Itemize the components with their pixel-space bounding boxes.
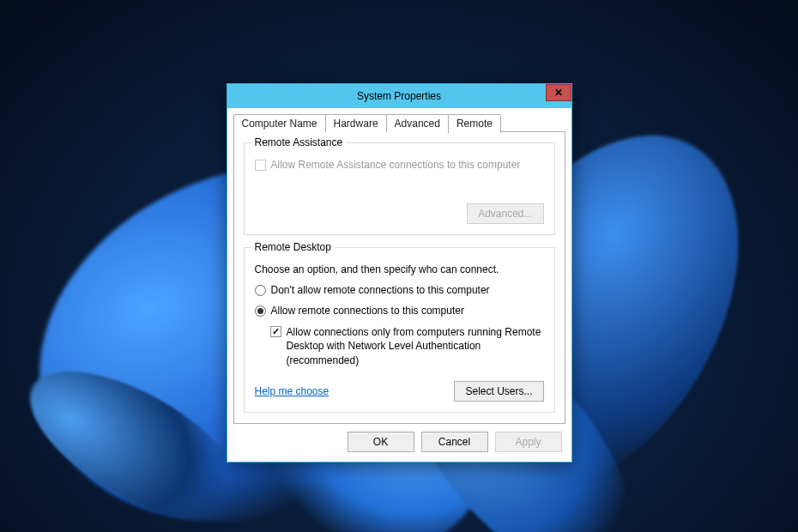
- help-me-choose-link[interactable]: Help me choose: [255, 385, 329, 397]
- radio-deny-label: Don't allow remote connections to this c…: [271, 284, 490, 296]
- close-icon: ✕: [554, 87, 563, 99]
- nla-checkbox-row[interactable]: Allow connections only from computers ru…: [270, 325, 544, 367]
- cancel-button[interactable]: Cancel: [421, 432, 488, 452]
- nla-label: Allow connections only from computers ru…: [287, 325, 544, 367]
- radio-deny-row[interactable]: Don't allow remote connections to this c…: [255, 284, 544, 296]
- allow-remote-assistance-checkbox[interactable]: [255, 160, 266, 171]
- remote-assistance-advanced-button[interactable]: Advanced...: [467, 203, 543, 224]
- system-properties-window: System Properties ✕ Computer Name Hardwa…: [227, 83, 572, 462]
- allow-remote-assistance-row[interactable]: Allow Remote Assistance connections to t…: [255, 159, 544, 171]
- select-users-button[interactable]: Select Users...: [454, 381, 543, 402]
- window-title: System Properties: [227, 90, 571, 102]
- tab-row: Computer Name Hardware Advanced Remote: [233, 114, 565, 132]
- titlebar[interactable]: System Properties ✕: [227, 84, 571, 108]
- window-body: Computer Name Hardware Advanced Remote R…: [227, 108, 571, 425]
- tab-hardware[interactable]: Hardware: [325, 114, 387, 132]
- tab-computer-name[interactable]: Computer Name: [233, 114, 326, 132]
- remote-desktop-group: Remote Desktop Choose an option, and the…: [244, 247, 555, 413]
- remote-assistance-title: Remote Assistance: [251, 136, 347, 148]
- radio-deny[interactable]: [255, 285, 266, 296]
- apply-button[interactable]: Apply: [495, 432, 562, 452]
- radio-allow[interactable]: [255, 305, 266, 317]
- tab-advanced[interactable]: Advanced: [386, 114, 449, 132]
- remote-assistance-group: Remote Assistance Allow Remote Assistanc…: [244, 142, 555, 235]
- radio-allow-label: Allow remote connections to this compute…: [271, 305, 464, 317]
- allow-remote-assistance-label: Allow Remote Assistance connections to t…: [271, 159, 521, 171]
- remote-desktop-title: Remote Desktop: [251, 241, 335, 253]
- dialog-button-row: OK Cancel Apply: [227, 425, 571, 462]
- remote-desktop-description: Choose an option, and then specify who c…: [255, 263, 544, 275]
- close-button[interactable]: ✕: [546, 84, 571, 101]
- ok-button[interactable]: OK: [348, 432, 414, 452]
- radio-allow-row[interactable]: Allow remote connections to this compute…: [255, 305, 544, 317]
- tab-panel-remote: Remote Assistance Allow Remote Assistanc…: [233, 131, 565, 424]
- nla-checkbox[interactable]: [270, 326, 281, 337]
- tab-remote[interactable]: Remote: [448, 114, 501, 133]
